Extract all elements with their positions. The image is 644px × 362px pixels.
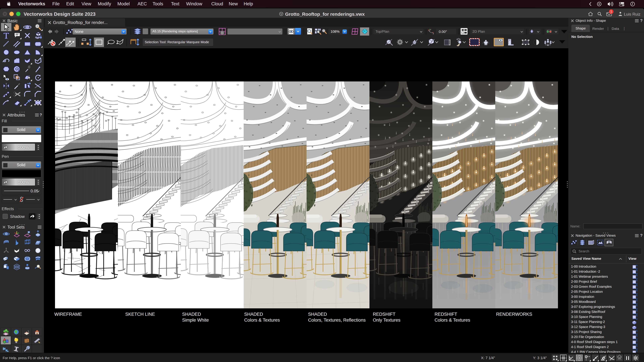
- svg-text:Y: Y: [430, 29, 431, 31]
- svg-text:X: X: [433, 33, 434, 35]
